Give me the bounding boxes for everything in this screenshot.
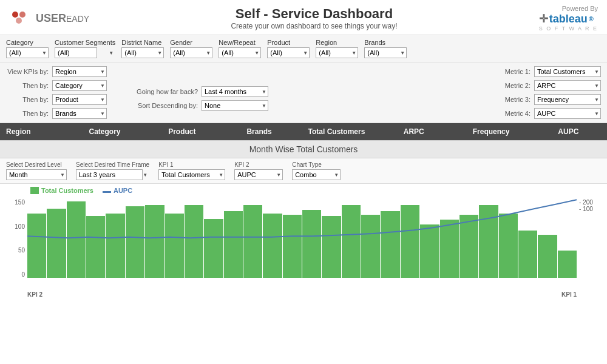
customer-segments-select[interactable]: (All)	[55, 47, 97, 58]
y-right-100: - 100	[579, 206, 593, 212]
sort-descending-select-wrapper: None	[202, 100, 268, 111]
kpi-controls-left: View KPIs by: Region Then by: Category T…	[6, 65, 107, 120]
view-kpis-row: View KPIs by: Region	[6, 66, 107, 77]
legend-total-customers-label: Total Customers	[41, 187, 93, 194]
then-by-2-row: Then by: Product	[6, 94, 107, 105]
gender-select[interactable]: (All)	[170, 47, 212, 58]
metric3-select-wrapper: Frequency	[534, 94, 601, 105]
then-by-1-row: Then by: Category	[6, 80, 107, 91]
chart-area: Total Customers AUPC 150 100 50 0 - 200 …	[0, 184, 607, 302]
chart-title: Month Wise Total Customers	[249, 144, 358, 154]
district-name-filter: District Name (All)	[121, 39, 164, 58]
then-by-1-select-wrapper: Category	[52, 80, 107, 91]
going-far-back-row: Going how far back? Last 4 months	[119, 86, 268, 97]
gender-select-wrapper: (All)	[170, 47, 212, 58]
district-name-label: District Name	[121, 39, 164, 46]
table-header: Region Category Product Brands Total Cus…	[0, 123, 607, 140]
y-left-0: 0	[21, 271, 25, 278]
y-left-50: 50	[18, 247, 25, 254]
chart-type-label: Chart Type	[292, 161, 341, 168]
metric2-row: Metric 2: ARPC	[494, 80, 601, 91]
brands-select[interactable]: (All)	[364, 47, 407, 58]
product-select[interactable]: (All)	[267, 47, 310, 58]
legend-total-customers: Total Customers	[30, 187, 93, 194]
metric4-row: Metric 4: AUPC	[494, 108, 601, 119]
select-timeframe-select-wrapper: Last 3 years	[76, 169, 149, 180]
metric2-select[interactable]: ARPC	[534, 80, 601, 91]
chart-section-header: Month Wise Total Customers	[0, 140, 607, 158]
metric2-label: Metric 2:	[494, 82, 531, 89]
kpi1-select[interactable]: Total Customers	[158, 169, 225, 180]
view-kpis-label: View KPIs by:	[6, 68, 49, 75]
legend-aupc: AUPC	[103, 187, 132, 194]
col-region: Region	[0, 126, 66, 137]
chart-type-select[interactable]: Combo	[292, 169, 341, 180]
kpi-controls-row: View KPIs by: Region Then by: Category T…	[6, 65, 601, 120]
kpi-controls-section: View KPIs by: Region Then by: Category T…	[0, 62, 607, 123]
region-select-wrapper: (All)	[316, 47, 358, 58]
useready-logo-icon	[9, 7, 31, 29]
going-far-back-select-wrapper: Last 4 months	[202, 86, 268, 97]
metric-controls: Metric 1: Total Customers Metric 2: ARPC…	[494, 65, 601, 120]
then-by-1-label: Then by:	[6, 82, 49, 89]
dashboard-subtitle: Create your own dashboard to see things …	[231, 22, 397, 30]
tableau-tagline: S O F T W A R E	[539, 25, 598, 32]
then-by-1-select[interactable]: Category	[52, 80, 107, 91]
metric3-label: Metric 3:	[494, 96, 531, 103]
then-by-3-select[interactable]: Brands	[52, 108, 107, 119]
chart-container: 150 100 50 0 - 200 - 100	[3, 196, 601, 290]
svg-point-2	[16, 18, 22, 24]
page-header: USEREADY Self - Service Dashboard Create…	[0, 0, 607, 35]
col-aupc: AUPC	[530, 126, 607, 137]
kpi2-select[interactable]: AUPC	[234, 169, 283, 180]
category-label: Category	[6, 39, 49, 46]
kpi2-select-wrapper: AUPC	[234, 169, 283, 180]
kpi1-select-wrapper: Total Customers	[158, 169, 225, 180]
going-far-back-select[interactable]: Last 4 months	[202, 86, 268, 97]
district-name-select[interactable]: (All)	[121, 47, 164, 58]
kpi2-group: KPI 2 AUPC	[234, 161, 283, 180]
chart-type-group: Chart Type Combo	[292, 161, 341, 180]
y-axis-right: - 200 - 100	[577, 199, 601, 278]
chart-inner	[27, 199, 577, 278]
new-repeat-filter: New/Repeat (All)	[219, 39, 261, 58]
category-select-wrapper: (All)	[6, 47, 49, 58]
sort-descending-select[interactable]: None	[202, 100, 268, 111]
legend-aupc-label: AUPC	[114, 187, 132, 194]
metric4-select[interactable]: AUPC	[534, 108, 601, 119]
category-select[interactable]: (All)	[6, 47, 49, 58]
select-level-select[interactable]: Month	[6, 169, 67, 180]
col-frequency: Frequency	[452, 126, 529, 137]
col-total-customers: Total Customers	[298, 126, 375, 137]
going-far-back-label: Going how far back?	[119, 88, 198, 95]
metric3-row: Metric 3: Frequency	[494, 94, 601, 105]
view-kpis-select[interactable]: Region	[52, 66, 107, 77]
kpi2-axis-label: KPI 2	[27, 291, 42, 298]
metric3-select[interactable]: Frequency	[534, 94, 601, 105]
metric1-row: Metric 1: Total Customers	[494, 66, 601, 77]
brands-filter: Brands (All)	[364, 39, 407, 58]
legend-bar-color	[30, 187, 39, 194]
svg-point-1	[19, 12, 25, 18]
legend-line-color	[103, 191, 111, 193]
product-label: Product	[267, 39, 310, 46]
metric1-select[interactable]: Total Customers	[534, 66, 601, 77]
region-filter: Region (All)	[316, 39, 358, 58]
col-product: Product	[143, 126, 220, 137]
customer-segments-label: Customer Segments	[55, 39, 115, 46]
y-axis-left: 150 100 50 0	[3, 199, 27, 278]
y-left-100: 100	[15, 223, 25, 230]
svg-point-0	[12, 12, 18, 18]
new-repeat-select-wrapper: (All)	[219, 47, 261, 58]
then-by-3-select-wrapper: Brands	[52, 108, 107, 119]
then-by-2-select[interactable]: Product	[52, 94, 107, 105]
metric1-select-wrapper: Total Customers	[534, 66, 601, 77]
new-repeat-select[interactable]: (All)	[219, 47, 261, 58]
kpi1-label: KPI 1	[158, 161, 225, 168]
select-timeframe-select[interactable]: Last 3 years	[76, 169, 143, 180]
tableau-logo: ✛ tableau ®	[539, 12, 598, 25]
then-by-2-label: Then by:	[6, 96, 49, 103]
region-select[interactable]: (All)	[316, 47, 358, 58]
then-by-2-select-wrapper: Product	[52, 94, 107, 105]
logo-text: USEREADY	[36, 12, 89, 25]
